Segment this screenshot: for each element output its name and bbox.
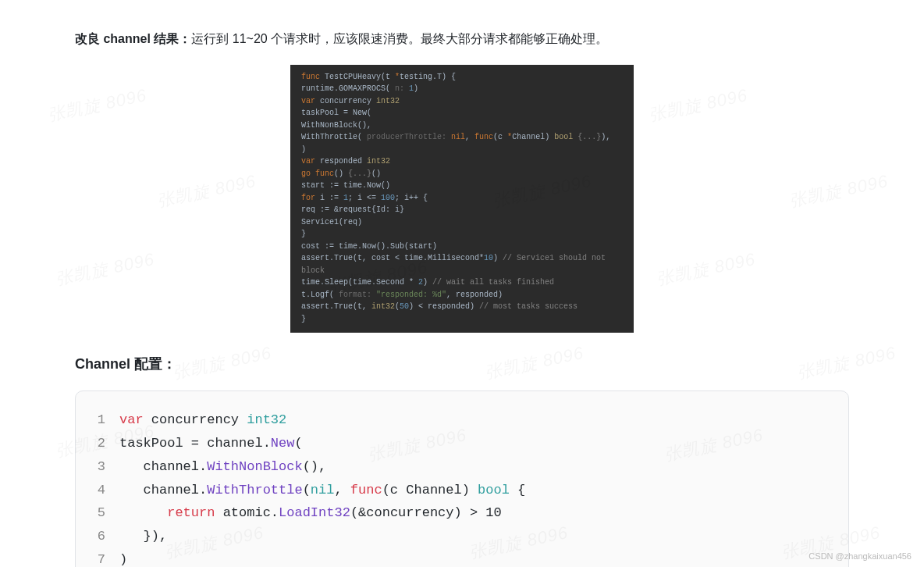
code-line: 6 }), xyxy=(85,525,836,548)
ide-code-line: req := &request{Id: i} xyxy=(301,204,623,216)
code-line: 7) xyxy=(85,548,836,567)
code-line: 4 channel.WithThrottle(nil, func(c Chann… xyxy=(85,479,836,502)
ide-code-line: Service1(req) xyxy=(301,216,623,229)
ide-code-line: t.Logf( format: "responded: %d", respond… xyxy=(301,289,623,301)
ide-code-line: for i := 1; i <= 100; i++ { xyxy=(301,192,623,205)
ide-code-line: go func() {...}() xyxy=(301,168,623,180)
csdn-watermark: CSDN @zhangkaixuan456 xyxy=(808,551,912,561)
ide-screenshot-wrap: func TestCPUHeavy(t *testing.T) { runtim… xyxy=(75,65,849,333)
code-content: var concurrency int32 xyxy=(119,408,286,432)
ide-code-line: WithThrottle( producerThrottle: nil, fun… xyxy=(301,131,623,144)
line-number: 3 xyxy=(85,455,119,479)
code-content: channel.WithThrottle(nil, func(c Channel… xyxy=(119,479,525,502)
ide-code-line: WithNonBlock(), xyxy=(301,119,623,132)
ide-code-line: runtime.GOMAXPROCS( n: 1) xyxy=(301,83,623,95)
line-number: 5 xyxy=(85,501,119,525)
result-paragraph: 改良 channel 结果：运行到 11~20 个请求时，应该限速消费。最终大部… xyxy=(75,28,849,51)
ide-code-block: func TestCPUHeavy(t *testing.T) { runtim… xyxy=(290,65,634,333)
ide-code-line: time.Sleep(time.Second * 2) // wait all … xyxy=(301,276,623,289)
result-text: 运行到 11~20 个请求时，应该限速消费。最终大部分请求都能够正确处理。 xyxy=(191,32,608,45)
ide-code-line: start := time.Now() xyxy=(301,180,623,192)
ide-code-line: var responded int32 xyxy=(301,155,623,168)
ide-code-line: ) xyxy=(301,144,623,156)
ide-code-line: } xyxy=(301,313,623,326)
ide-code-line: taskPool = New( xyxy=(301,107,623,119)
code-content: }), xyxy=(119,525,167,548)
line-number: 2 xyxy=(85,432,119,455)
ide-code-line: assert.True(t, int32(50) < responded) //… xyxy=(301,301,623,313)
line-number: 7 xyxy=(85,548,119,567)
code-line: 5 return atomic.LoadInt32(&concurrency) … xyxy=(85,501,836,525)
code-content: return atomic.LoadInt32(&concurrency) > … xyxy=(119,501,502,525)
line-number: 6 xyxy=(85,525,119,548)
code-content: ) xyxy=(119,548,127,567)
ide-code-line: assert.True(t, cost < time.Millisecond*1… xyxy=(301,252,623,276)
code-line: 3 channel.WithNonBlock(), xyxy=(85,455,836,479)
code-content: channel.WithNonBlock(), xyxy=(119,455,326,479)
ide-code-line: } xyxy=(301,228,623,241)
code-content: taskPool = channel.New( xyxy=(119,432,303,455)
line-number: 4 xyxy=(85,479,119,502)
result-title-bold: 改良 channel 结果： xyxy=(75,32,191,45)
ide-code-line: func TestCPUHeavy(t *testing.T) { xyxy=(301,71,623,84)
code-line: 1var concurrency int32 xyxy=(85,408,836,432)
channel-config-code-block: 1var concurrency int322taskPool = channe… xyxy=(75,390,849,567)
channel-config-title: Channel 配置： xyxy=(75,355,849,373)
ide-code-line: var concurrency int32 xyxy=(301,95,623,108)
ide-code-line: cost := time.Now().Sub(start) xyxy=(301,241,623,253)
code-line: 2taskPool = channel.New( xyxy=(85,432,836,455)
line-number: 1 xyxy=(85,408,119,432)
